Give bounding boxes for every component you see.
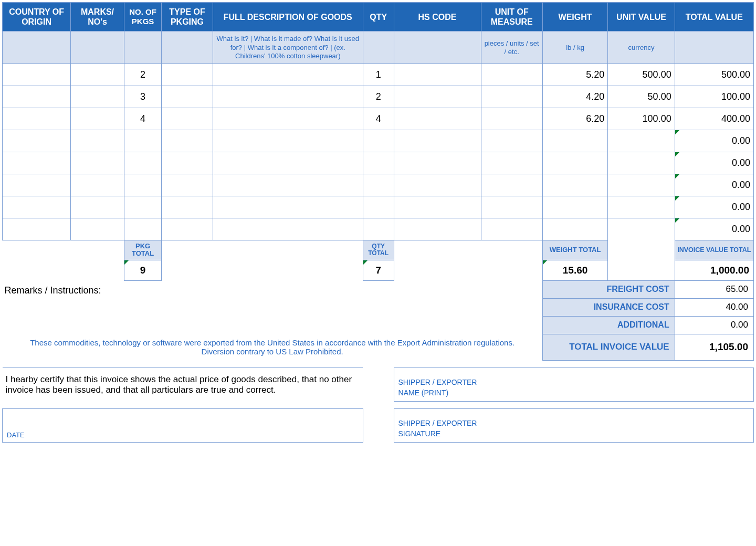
qty-total-label: QTY TOTAL xyxy=(363,240,394,260)
weight-total-label: WEIGHT TOTAL xyxy=(542,240,607,260)
table-row[interactable]: 3 2 4.20 50.00 100.00 xyxy=(3,86,754,108)
hint-unitval: currency xyxy=(608,32,675,64)
date-sig-row: DATE SHIPPER / EXPORTER SIGNATURE xyxy=(3,409,754,443)
cell-totalval[interactable]: 0.00 xyxy=(675,130,753,152)
total-invoice-row: These commodities, technology or softwar… xyxy=(3,334,754,360)
cell-weight[interactable]: 4.20 xyxy=(542,86,607,108)
hdr-qty: QTY xyxy=(363,3,394,32)
certify-row: I hearby certify that this invoice shows… xyxy=(3,368,754,402)
remarks-label[interactable]: Remarks / Instructions: xyxy=(3,280,543,334)
hint-uom: pieces / units / set / etc. xyxy=(481,32,542,64)
cell-unitval[interactable]: 50.00 xyxy=(608,86,675,108)
header-row: COUNTRY OF ORIGIN MARKS/ NO's NO. OF PKG… xyxy=(3,3,754,32)
hdr-totalval: TOTAL VALUE xyxy=(675,3,753,32)
hdr-weight: WEIGHT xyxy=(542,3,607,32)
shipper-name-box[interactable]: SHIPPER / EXPORTER NAME (PRINT) xyxy=(394,368,753,402)
certify-text: I hearby certify that this invoice shows… xyxy=(3,368,363,402)
hdr-country: COUNTRY OF ORIGIN xyxy=(3,3,71,32)
cell-totalval[interactable]: 0.00 xyxy=(675,196,753,218)
table-row[interactable]: 0.00 xyxy=(3,130,754,152)
pkg-total-label: PKG TOTAL xyxy=(124,240,162,260)
hint-desc: What is it? | What is it made of? What i… xyxy=(213,32,363,64)
shipper-sig-line1: SHIPPER / EXPORTER xyxy=(398,418,749,429)
total-invoice-label: TOTAL INVOICE VALUE xyxy=(542,334,675,360)
cell-qty[interactable]: 2 xyxy=(363,86,394,108)
cell-totalval[interactable]: 0.00 xyxy=(675,174,753,196)
additional-value[interactable]: 0.00 xyxy=(675,316,753,334)
cell-qty[interactable]: 4 xyxy=(363,108,394,130)
invoice-value-total-label: INVOICE VALUE TOTAL xyxy=(675,240,753,260)
hint-row: What is it? | What is it made of? What i… xyxy=(3,32,754,64)
cell-pkgs[interactable]: 2 xyxy=(124,64,162,86)
cell-unitval[interactable]: 100.00 xyxy=(608,108,675,130)
hdr-hs: HS CODE xyxy=(394,3,481,32)
cell-unitval[interactable]: 500.00 xyxy=(608,64,675,86)
shipper-name-line1: SHIPPER / EXPORTER xyxy=(398,377,749,388)
cell-totalval[interactable]: 100.00 xyxy=(675,86,753,108)
cell-pkgs[interactable]: 3 xyxy=(124,86,162,108)
table-row[interactable]: 0.00 xyxy=(3,152,754,174)
invoice-table: COUNTRY OF ORIGIN MARKS/ NO's NO. OF PKG… xyxy=(2,2,754,443)
invoice-value-total: 1,000.00 xyxy=(675,260,753,280)
hdr-marks: MARKS/ NO's xyxy=(71,3,124,32)
qty-total: 7 xyxy=(363,260,394,280)
additional-label: ADDITIONAL xyxy=(542,316,675,334)
cell-weight[interactable]: 5.20 xyxy=(542,64,607,86)
freight-row: Remarks / Instructions: FREIGHT COST 65.… xyxy=(3,280,754,298)
freight-value[interactable]: 65.00 xyxy=(675,280,753,298)
cell-pkgs[interactable]: 4 xyxy=(124,108,162,130)
hdr-unitval: UNIT VALUE xyxy=(608,3,675,32)
table-row[interactable]: 2 1 5.20 500.00 500.00 xyxy=(3,64,754,86)
cell-qty[interactable]: 1 xyxy=(363,64,394,86)
hdr-pkgs: NO. OF PKGS xyxy=(124,3,162,32)
cell-totalval[interactable]: 400.00 xyxy=(675,108,753,130)
table-row[interactable]: 0.00 xyxy=(3,218,754,240)
weight-total: 15.60 xyxy=(542,260,607,280)
pkg-total: 9 xyxy=(124,260,162,280)
table-row[interactable]: 0.00 xyxy=(3,196,754,218)
hdr-desc: FULL DESCRIPTION OF GOODS xyxy=(213,3,363,32)
insurance-value[interactable]: 40.00 xyxy=(675,298,753,316)
cell-weight[interactable]: 6.20 xyxy=(542,108,607,130)
total-invoice-value: 1,105.00 xyxy=(675,334,753,360)
hdr-uom: UNIT OF MEASURE xyxy=(481,3,542,32)
hint-weight: lb / kg xyxy=(542,32,607,64)
hdr-pkging: TYPE OF PKGING xyxy=(162,3,213,32)
shipper-signature-box[interactable]: SHIPPER / EXPORTER SIGNATURE xyxy=(394,409,753,443)
shipper-sig-line2: SIGNATURE xyxy=(398,429,749,439)
shipper-name-line2: NAME (PRINT) xyxy=(398,388,749,398)
cell-totalval[interactable]: 500.00 xyxy=(675,64,753,86)
export-disclaimer: These commodities, technology or softwar… xyxy=(3,334,543,360)
table-row[interactable]: 0.00 xyxy=(3,174,754,196)
freight-label: FREIGHT COST xyxy=(542,280,675,298)
table-row[interactable]: 4 4 6.20 100.00 400.00 xyxy=(3,108,754,130)
insurance-label: INSURANCE COST xyxy=(542,298,675,316)
cell-totalval[interactable]: 0.00 xyxy=(675,152,753,174)
cell-totalval[interactable]: 0.00 xyxy=(675,218,753,240)
date-box[interactable]: DATE xyxy=(3,409,363,443)
